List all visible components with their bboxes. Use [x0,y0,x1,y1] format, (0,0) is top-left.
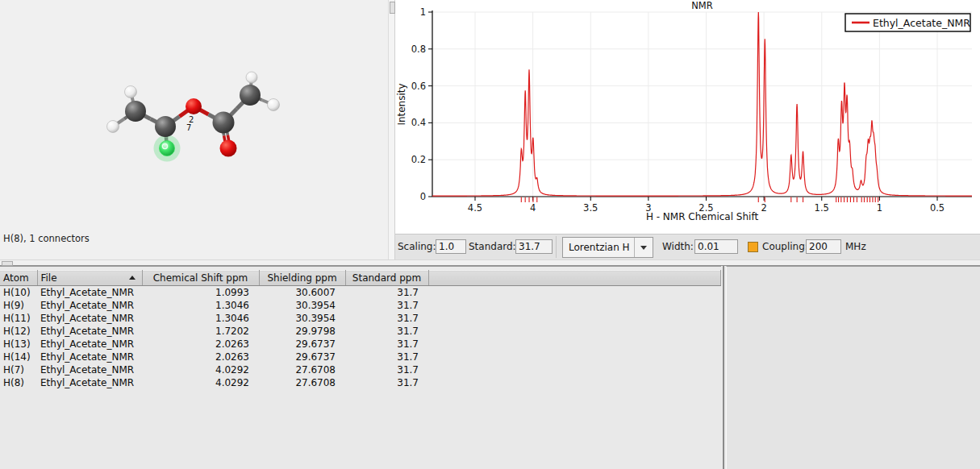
molecule-viewer-panel[interactable]: 27 H(8), 1 connectors [0,0,388,259]
spectra-controls-bar: Scaling: Standard: Lorentzian H Width: C… [395,234,980,259]
table-row[interactable]: H(11)Ethyl_Acetate_NMR1.304630.395431.7 [0,312,721,325]
table-cell: H(8) [0,376,37,389]
carbon-atom[interactable] [155,116,176,137]
peak-shape-dropdown[interactable]: Lorentzian H [562,237,653,258]
table-cell: 31.7 [345,325,428,338]
column-header-chemical-shift-ppm[interactable]: Chemical Shift ppm [142,271,259,286]
carbon-atom[interactable] [240,85,261,106]
y-tick-label: 0.6 [411,81,426,92]
table-cell: Ethyl_Acetate_NMR [37,286,142,300]
coupling-input[interactable] [806,239,841,254]
table-cell: 27.6708 [259,376,345,389]
coupling-unit-label: MHz [845,241,866,252]
table-cell: H(13) [0,338,37,351]
table-cell: Ethyl_Acetate_NMR [37,338,142,351]
table-cell: 31.7 [345,312,428,325]
coupling-checkbox[interactable] [748,242,758,252]
carbon-atom[interactable] [213,112,235,134]
splitter-line [723,266,724,469]
column-header-standard-ppm[interactable]: Standard ppm [345,271,428,286]
width-label: Width: [662,241,694,252]
table-cell: Ethyl_Acetate_NMR [37,325,142,338]
x-axis-title: H - NMR Chemical Shift [646,211,759,222]
x-tick-label: 1.5 [815,202,829,214]
nmr-plot-panel: 00.20.40.60.814.543.532.521.510.5NMRH - … [395,0,980,234]
chart-title: NMR [691,0,713,11]
table-cell: Ethyl_Acetate_NMR [37,376,142,389]
standard-input[interactable] [515,239,553,254]
table-cell-filler [428,338,721,351]
table-cell: H(14) [0,351,37,363]
table-cell: Ethyl_Acetate_NMR [37,299,142,312]
column-header-file[interactable]: File [37,271,142,286]
nmr-data-table-panel: AtomFileChemical Shift ppmShielding ppmS… [0,266,721,469]
table-cell: 31.7 [345,376,428,389]
y-axis-title: Intensity [396,83,407,125]
table-cell-filler [428,376,721,389]
y-tick-label: 0.8 [411,44,426,55]
table-cell: Ethyl_Acetate_NMR [37,312,142,325]
table-row[interactable]: H(9)Ethyl_Acetate_NMR1.304630.395431.7 [0,299,721,312]
oxygen-atom[interactable] [186,98,202,114]
table-cell: 2.0263 [142,351,259,363]
nmr-spectrum-curve [432,12,972,196]
table-cell: 27.6708 [259,363,345,376]
table-cell-filler [428,325,721,338]
table-cell: 1.3046 [142,299,259,312]
width-input[interactable] [694,239,738,254]
x-tick-label: 4.5 [468,202,482,214]
table-cell: 31.7 [345,299,428,312]
standard-label: Standard: [469,241,516,252]
table-cell-filler [428,351,721,363]
x-tick-label: 2 [761,202,766,214]
table-cell: 31.7 [345,338,428,351]
table-cell: 29.6737 [259,338,345,351]
y-tick-label: 0.4 [411,117,426,128]
carbon-atom[interactable] [125,101,146,122]
column-header-atom[interactable]: Atom [0,271,37,286]
table-row[interactable]: H(12)Ethyl_Acetate_NMR1.720229.979831.7 [0,325,721,338]
table-cell: 1.3046 [142,312,259,325]
table-cell: 31.7 [345,363,428,376]
hydrogen-atom[interactable] [125,86,137,98]
table-cell: H(7) [0,363,37,376]
table-cell: 31.7 [345,286,428,300]
atom-number-labels: 27 [186,115,194,132]
oxygen-atom[interactable] [220,140,237,157]
table-row[interactable]: H(8)Ethyl_Acetate_NMR4.029227.670831.7 [0,376,721,389]
hydrogen-atom[interactable] [107,121,119,133]
hydrogen-atom[interactable] [246,72,257,83]
horizontal-splitter[interactable] [0,259,980,266]
column-header-filler [428,271,721,286]
nmr-chart[interactable]: 00.20.40.60.814.543.532.521.510.5NMRH - … [395,0,980,234]
hydrogen-atom[interactable] [268,99,280,111]
table-cell-filler [428,312,721,325]
x-tick-label: 0.5 [930,202,945,214]
x-tick-label: 4 [530,202,536,214]
table-cell-filler [428,363,721,376]
table-cell: H(12) [0,325,37,338]
splitter-handle[interactable] [390,2,395,14]
table-cell: H(10) [0,286,37,300]
table-cell-filler [428,299,721,312]
coupling-label: Coupling: [762,241,808,252]
column-header-shielding-ppm[interactable]: Shielding ppm [259,271,345,286]
table-cell: 29.9798 [259,325,345,338]
atom-number-label: 7 [186,123,191,132]
table-cell: 30.3954 [259,312,345,325]
table-cell: 1.7202 [142,325,259,338]
table-row[interactable]: H(14)Ethyl_Acetate_NMR2.026329.673731.7 [0,351,721,363]
vertical-splitter[interactable] [388,0,395,259]
table-cell-filler [428,286,721,300]
molecule-canvas[interactable]: 27 [0,0,388,259]
table-row[interactable]: H(7)Ethyl_Acetate_NMR4.029227.670831.7 [0,363,721,376]
sort-ascending-icon [129,276,136,280]
legend-label: Ethyl_Acetate_NMR [873,17,970,29]
controls-divider [556,236,557,258]
table-row[interactable]: H(10)Ethyl_Acetate_NMR1.099330.600731.7 [0,286,721,300]
table-cell: Ethyl_Acetate_NMR [37,363,142,376]
scaling-input[interactable] [436,239,466,254]
table-cell: H(9) [0,299,37,312]
table-row[interactable]: H(13)Ethyl_Acetate_NMR2.026329.673731.7 [0,338,721,351]
table-header-row: AtomFileChemical Shift ppmShielding ppmS… [0,271,721,286]
